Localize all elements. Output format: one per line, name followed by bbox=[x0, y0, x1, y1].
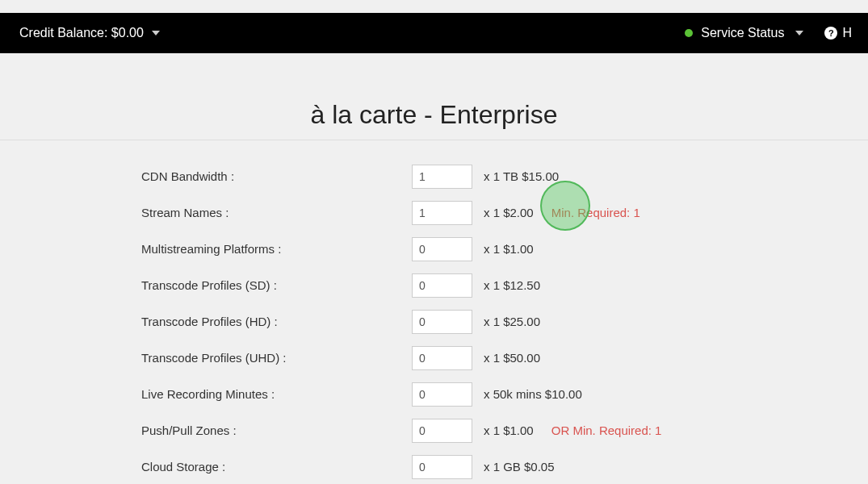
min-required-warning: Min. Required: 1 bbox=[551, 206, 640, 219]
row-label: Transcode Profiles (UHD) : bbox=[141, 351, 412, 365]
chevron-down-icon bbox=[795, 31, 803, 35]
transcode-hd-input[interactable] bbox=[412, 310, 472, 334]
unit-text: x 1 GB $0.05 bbox=[484, 460, 555, 474]
row-stream-names: Stream Names : x 1 $2.00 Min. Required: … bbox=[141, 194, 868, 231]
push-pull-zones-input[interactable] bbox=[412, 419, 472, 443]
service-status-label: Service Status bbox=[701, 26, 784, 40]
cdn-bandwidth-input[interactable] bbox=[412, 165, 472, 189]
unit-text: x 50k mins $10.00 bbox=[484, 387, 582, 401]
row-transcode-sd: Transcode Profiles (SD) : x 1 $12.50 bbox=[141, 267, 868, 303]
unit-text: x 1 $1.00 bbox=[484, 424, 534, 437]
unit-text: x 1 TB $15.00 bbox=[484, 169, 559, 183]
row-transcode-hd: Transcode Profiles (HD) : x 1 $25.00 bbox=[141, 303, 868, 340]
unit-text: x 1 $12.50 bbox=[484, 278, 540, 292]
row-label: Push/Pull Zones : bbox=[141, 424, 412, 437]
topbar-right: Service Status ? H bbox=[685, 26, 852, 40]
live-recording-input[interactable] bbox=[412, 382, 472, 407]
row-live-recording: Live Recording Minutes : x 50k mins $10.… bbox=[141, 376, 868, 412]
row-label: Stream Names : bbox=[141, 206, 412, 219]
unit-text: x 1 $2.00 bbox=[484, 206, 534, 219]
row-cdn-bandwidth: CDN Bandwidth : x 1 TB $15.00 bbox=[141, 158, 868, 194]
credit-balance-dropdown[interactable]: Credit Balance: $0.00 bbox=[19, 26, 160, 40]
row-label: CDN Bandwidth : bbox=[141, 169, 412, 183]
row-cloud-storage: Cloud Storage : x 1 GB $0.05 bbox=[141, 449, 868, 484]
transcode-sd-input[interactable] bbox=[412, 273, 472, 298]
stream-names-input[interactable] bbox=[412, 201, 472, 225]
help-link[interactable]: ? H bbox=[824, 26, 852, 40]
row-label: Cloud Storage : bbox=[141, 460, 412, 474]
pricing-form: CDN Bandwidth : x 1 TB $15.00 Stream Nam… bbox=[0, 158, 868, 484]
row-label: Multistreaming Platforms : bbox=[141, 242, 412, 256]
topbar: Credit Balance: $0.00 Service Status ? H bbox=[0, 13, 868, 53]
chevron-down-icon bbox=[152, 31, 160, 35]
row-multistreaming: Multistreaming Platforms : x 1 $1.00 bbox=[141, 231, 868, 267]
transcode-uhd-input[interactable] bbox=[412, 346, 472, 370]
unit-text: x 1 $25.00 bbox=[484, 315, 540, 328]
status-indicator-icon bbox=[685, 29, 693, 37]
row-label: Transcode Profiles (SD) : bbox=[141, 278, 412, 292]
credit-balance-label: Credit Balance: $0.00 bbox=[19, 26, 144, 40]
unit-text: x 1 $1.00 bbox=[484, 242, 534, 256]
help-icon: ? bbox=[824, 27, 837, 40]
row-label: Transcode Profiles (HD) : bbox=[141, 315, 412, 328]
unit-text: x 1 $50.00 bbox=[484, 351, 540, 365]
help-label: H bbox=[842, 26, 852, 40]
page-title: à la carte - Enterprise bbox=[0, 100, 868, 130]
row-transcode-uhd: Transcode Profiles (UHD) : x 1 $50.00 bbox=[141, 340, 868, 376]
row-label: Live Recording Minutes : bbox=[141, 387, 412, 401]
cloud-storage-input[interactable] bbox=[412, 455, 472, 479]
row-push-pull-zones: Push/Pull Zones : x 1 $1.00 OR Min. Requ… bbox=[141, 412, 868, 449]
service-status-dropdown[interactable]: Service Status bbox=[685, 26, 803, 40]
multistreaming-input[interactable] bbox=[412, 237, 472, 261]
min-required-warning: OR Min. Required: 1 bbox=[551, 424, 662, 437]
divider bbox=[0, 140, 868, 140]
